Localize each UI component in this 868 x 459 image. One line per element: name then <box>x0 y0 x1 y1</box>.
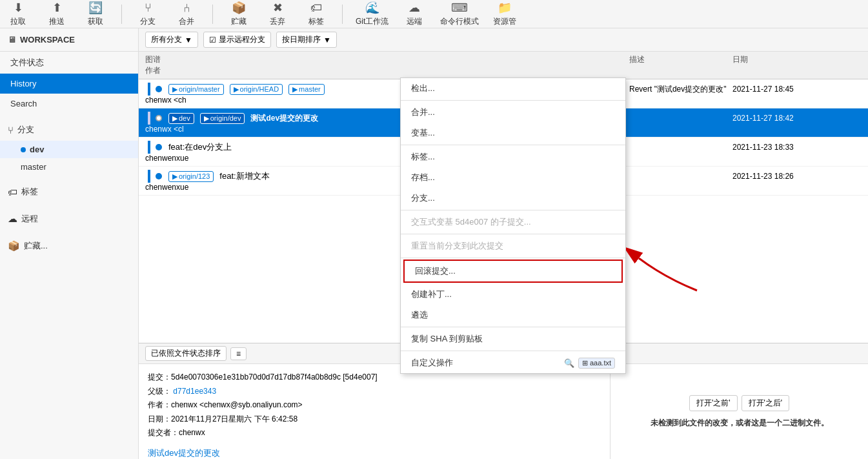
commit-description: Revert "测试dev提交的更改" <box>629 84 732 95</box>
sidebar-file-status[interactable]: 文件状态 <box>0 52 138 74</box>
commit-message: 测试dev提交的更改 <box>148 445 601 459</box>
menu-create-patch[interactable]: 创建补丁... <box>401 284 625 305</box>
menu-merge[interactable]: 合并... <box>401 102 625 123</box>
gitflow-icon: 🌊 <box>365 1 379 15</box>
search-small-icon: 🔍 <box>564 358 574 368</box>
commit-desc-selected: 测试dev提交的更改 <box>250 113 318 124</box>
branch-master[interactable]: master <box>0 158 138 176</box>
toolbar-fetch-label: 获取 <box>88 16 103 27</box>
workspace-icon: 🖥 <box>8 35 16 45</box>
menu-archive[interactable]: 存档... <box>401 167 625 188</box>
commit-date-3: 2021-11-23 18:33 <box>732 143 862 152</box>
stash-section-icon: 📦 <box>8 240 20 252</box>
toolbar-gitflow-label: Git工作流 <box>356 16 389 27</box>
branch-filter-button[interactable]: 所有分支 ▼ <box>145 32 198 48</box>
toolbar-terminal-label: 命令行模式 <box>440 16 479 27</box>
checkbox-icon: ☑ <box>209 36 216 45</box>
remote-section-icon: ☁ <box>8 213 17 225</box>
menu-sep-3 <box>401 210 625 210</box>
open-after-button[interactable]: 打开'之后' <box>742 395 790 411</box>
file-badge: ⊞ aaa.txt <box>578 358 615 369</box>
commit-desc-4: feat:新增文本 <box>219 170 269 182</box>
branch-icon: ⑂ <box>145 1 152 15</box>
menu-reset-branch: 重置当前分支到此次提交 <box>401 236 625 256</box>
menu-tag[interactable]: 标签... <box>401 147 625 167</box>
menu-rebase[interactable]: 变基... <box>401 123 625 143</box>
show-remote-button[interactable]: ☑ 显示远程分支 <box>203 32 271 48</box>
toolbar-tag[interactable]: 🏷 标签 <box>303 1 329 27</box>
toolbar-gitflow[interactable]: 🌊 Git工作流 <box>356 1 389 27</box>
remote-header[interactable]: ☁ 远程 <box>0 208 138 230</box>
sort-dropdown-icon: ▼ <box>323 36 331 45</box>
toolbar-remote-label: 远端 <box>407 16 422 27</box>
menu-sep-1 <box>401 100 625 101</box>
toolbar-push[interactable]: ⬆ 推送 <box>44 1 70 27</box>
stash-header[interactable]: 📦 贮藏... <box>0 235 138 257</box>
separator-3 <box>342 5 343 24</box>
workspace-label: WORKSPACE <box>20 35 75 45</box>
tag-icon-badge: ▶ <box>292 85 298 94</box>
menu-interactive-rebase: 交互式变基 5d4e007 的子提交... <box>401 212 625 232</box>
separator-2 <box>212 5 213 24</box>
toolbar-stash[interactable]: 📦 贮藏 <box>226 1 252 27</box>
parent-link[interactable]: d77d1ee343 <box>173 387 216 396</box>
commit-date-line: 日期：2021年11月27日星期六 下午 6:42:58 <box>148 413 601 427</box>
toolbar-branch[interactable]: ⑂ 分支 <box>135 1 161 27</box>
menu-cherry-pick[interactable]: 遴选 <box>401 305 625 325</box>
sidebar-tags-section: 🏷 标签 <box>0 181 138 203</box>
tags-header[interactable]: 🏷 标签 <box>0 181 138 203</box>
toolbar-terminal[interactable]: ⌨ 命令行模式 <box>440 1 479 27</box>
commit-date-selected: 2021-11-27 18:42 <box>732 114 862 123</box>
separator-1 <box>121 5 122 24</box>
discard-icon: ✖ <box>273 1 283 15</box>
toolbar-pull[interactable]: ⬇ 拉取 <box>5 1 31 27</box>
menu-sep-6 <box>401 327 625 327</box>
pull-icon: ⬇ <box>14 1 23 15</box>
tag-icon-badge: ▶ <box>172 114 177 123</box>
resource-icon: 📁 <box>498 1 512 15</box>
commit-info: 提交：5d4e0070306e1e31bb70d0d7d17db87f4a0b8… <box>139 364 610 459</box>
commit-submitter-line: 提交者：chenwx <box>148 426 601 440</box>
file-panel-content: 打开'之前' 打开'之后' 未检测到此文件的改变，或者这是一个二进制文件。 <box>611 364 868 459</box>
toolbar-discard[interactable]: ✖ 丢弃 <box>265 1 290 27</box>
menu-rollback[interactable]: 回滚提交... <box>403 260 623 283</box>
toolbar-merge[interactable]: ⑃ 合并 <box>174 1 199 27</box>
sidebar-search[interactable]: Search <box>0 94 138 114</box>
menu-custom-action[interactable]: 自定义操作 🔍 ⊞ aaa.txt <box>401 352 625 373</box>
open-before-button[interactable]: 打开'之前' <box>689 395 738 411</box>
toolbar-fetch[interactable]: 🔄 获取 <box>83 1 108 27</box>
active-branch-dot <box>21 147 26 152</box>
sort-files-button[interactable]: 已依照文件状态排序 <box>145 346 227 361</box>
tag-origin-123: ▶ origin/123 <box>168 171 214 182</box>
commit-author-line: 作者：chenwx <chenwx@syb.onaliyun.com> <box>148 398 601 413</box>
file-panel: 打开'之前' 打开'之后' 未检测到此文件的改变，或者这是一个二进制文件。 <box>610 364 868 459</box>
tag-origin-head: ▶ origin/HEAD <box>230 84 283 95</box>
tag-master: ▶ master <box>288 84 325 95</box>
sidebar-history[interactable]: History <box>0 74 138 94</box>
branches-header[interactable]: ⑂ 分支 <box>0 119 138 141</box>
menu-branch[interactable]: 分支... <box>401 188 625 209</box>
history-toolbar: 所有分支 ▼ ☑ 显示远程分支 按日期排序 ▼ <box>139 28 868 52</box>
toolbar-discard-label: 丢弃 <box>270 16 285 27</box>
tag-icon: 🏷 <box>310 1 322 15</box>
sort-button[interactable]: 按日期排序 ▼ <box>276 32 337 48</box>
stash-icon: 📦 <box>232 1 246 15</box>
menu-sep-5 <box>401 258 625 258</box>
workspace-header: 🖥 WORKSPACE <box>0 28 138 52</box>
menu-copy-sha[interactable]: 复制 SHA 到剪贴板 <box>401 329 625 349</box>
menu-checkout[interactable]: 检出... <box>401 78 625 99</box>
branch-dev[interactable]: dev <box>0 141 138 158</box>
bottom-content: 提交：5d4e0070306e1e31bb70d0d7d17db87f4a0b8… <box>139 364 868 459</box>
context-menu: 检出... 合并... 变基... 标签... 存档... 分支... 交互式变… <box>400 77 626 374</box>
toolbar-remote[interactable]: ☁ 远端 <box>401 1 427 27</box>
menu-sep-2 <box>401 145 625 145</box>
list-view-button[interactable]: ≡ <box>230 347 247 360</box>
merge-icon: ⑃ <box>183 1 190 15</box>
file-panel-buttons: 打开'之前' 打开'之后' <box>689 395 789 411</box>
no-change-message: 未检测到此文件的改变，或者这是一个二进制文件。 <box>651 418 829 429</box>
toolbar-resource[interactable]: 📁 资源管 <box>492 1 518 27</box>
sidebar: 🖥 WORKSPACE 文件状态 History Search ⑂ 分支 dev… <box>0 28 139 459</box>
fetch-icon: 🔄 <box>88 1 103 15</box>
push-icon: ⬆ <box>52 1 62 15</box>
toolbar-branch-label: 分支 <box>140 16 156 27</box>
